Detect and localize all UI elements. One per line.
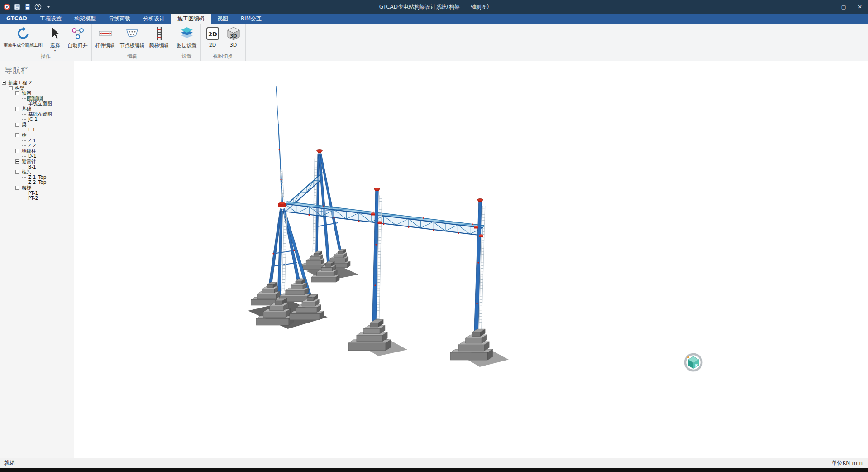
tree-item-label: 新建工程-2 [7, 80, 33, 86]
tree-connector [22, 156, 26, 157]
tree-connector [22, 198, 26, 198]
menu-tab-bim[interactable]: BIM交互 [234, 14, 268, 24]
tree-item-16[interactable]: B-1 [0, 164, 74, 170]
tree-expander[interactable] [2, 81, 6, 85]
tree-expander[interactable] [15, 133, 19, 137]
app-logo-icon[interactable] [3, 3, 10, 10]
3d-viewport[interactable]: R [75, 61, 868, 458]
titlebar: ? GTCAD变电站构架设计系统(构架——轴测图) ─▢✕ [0, 0, 868, 14]
ladder-edit-button[interactable]: 爬梯编辑 [147, 24, 172, 49]
layers-icon [179, 26, 195, 41]
ribbon-group-3: 2D2D3D3D视图切换 [201, 24, 246, 61]
layer-settings-button[interactable]: 图层设置 [175, 24, 199, 49]
ribbon-group-label: 编辑 [93, 53, 172, 61]
tree-item-11[interactable]: Z-1 [0, 138, 74, 144]
menu-tabs: GTCAD工程设置构架模型导线荷载分析设计施工图编辑视图BIM交互 [0, 14, 868, 24]
maximize-button[interactable]: ▢ [835, 0, 852, 14]
tree-item-17[interactable]: 柱头 [0, 169, 74, 175]
svg-text:R: R [695, 363, 698, 368]
3d-scene-canvas: R [75, 61, 868, 458]
tree-item-13[interactable]: 地线柱 [0, 149, 74, 154]
minimize-button[interactable]: ─ [819, 0, 835, 14]
ribbon-group-label: 操作 [1, 53, 90, 61]
tree-connector [22, 119, 26, 120]
svg-text:?: ? [37, 5, 39, 10]
svg-text:3D: 3D [230, 34, 237, 39]
tree-expander[interactable] [15, 91, 19, 95]
bottom-edge-strip [0, 468, 868, 472]
refresh-icon [15, 26, 31, 41]
tree-item-14[interactable]: D-1 [0, 154, 74, 159]
cursor-icon [48, 26, 63, 41]
tree-item-12[interactable]: Z-2 [0, 143, 74, 149]
tree-item-15[interactable]: 避雷针 [0, 159, 74, 164]
merge-icon [70, 26, 86, 41]
window-controls: ─▢✕ [819, 0, 868, 14]
document-icon[interactable] [14, 3, 21, 10]
auto-merge-button[interactable]: 自动归并 [66, 24, 90, 49]
tree-item-20[interactable]: 爬梯 [0, 185, 74, 191]
tree-item-9[interactable]: L-1 [0, 127, 74, 133]
select-button[interactable]: 选择▾ [45, 24, 66, 53]
close-button[interactable]: ✕ [852, 0, 868, 14]
tree-connector [22, 193, 26, 193]
tree-connector [22, 98, 26, 99]
regenerate-all-drawings-button[interactable]: 重新生成全部施工图 [1, 24, 45, 48]
tree-expander[interactable] [15, 149, 19, 153]
status-bar: 就绪 单位KN-mm [0, 458, 868, 468]
save-icon[interactable] [24, 3, 31, 10]
menu-tab-project-settings[interactable]: 工程设置 [33, 14, 68, 24]
menu-tab-view[interactable]: 视图 [211, 14, 234, 24]
member-edit-button[interactable]: 杆件编辑 [93, 24, 118, 49]
tree-item-4[interactable]: 单线立面图 [0, 101, 74, 106]
view-2d-button[interactable]: 2D2D [202, 24, 223, 48]
view-3d-button[interactable]: 3D3D [223, 24, 244, 48]
tree-item-0[interactable]: 新建工程-2 [0, 80, 74, 86]
ribbon-group-label: 视图切换 [202, 53, 244, 61]
ribbon-group-0: 重新生成全部施工图选择▾自动归并操作 [0, 24, 92, 61]
tree-item-label: 基础 [21, 106, 32, 112]
menu-tab-drawing-edit[interactable]: 施工图编辑 [171, 14, 211, 24]
gusset-edit-button[interactable]: 节点板编辑 [118, 24, 147, 49]
tree-connector [22, 114, 26, 115]
tree-expander[interactable] [15, 186, 19, 190]
menu-tab-conductor-load[interactable]: 导线荷载 [102, 14, 137, 24]
status-units-text: 单位KN-mm [831, 459, 868, 467]
2d-icon: 2D [205, 26, 220, 41]
menu-tab-frame-model[interactable]: 构架模型 [68, 14, 102, 24]
member-icon [98, 26, 113, 41]
tree-item-19[interactable]: Z-2_Top [0, 180, 74, 185]
tree-item-5[interactable]: 基础 [0, 106, 74, 112]
tree-expander[interactable] [9, 86, 13, 90]
tree-item-label: JC-1 [27, 117, 38, 122]
toolbar-caret-icon[interactable] [45, 3, 52, 10]
tree-expander[interactable] [15, 159, 19, 164]
3d-icon: 3D [226, 26, 241, 41]
tree-item-label: 柱头 [21, 169, 32, 175]
menu-tab-analysis-design[interactable]: 分析设计 [137, 14, 171, 24]
tree-item-label: Z-2 [27, 143, 37, 149]
help-icon[interactable]: ? [34, 3, 42, 10]
ribbon-button-label: 节点板编辑 [120, 42, 145, 49]
tree-item-10[interactable]: 柱 [0, 133, 74, 138]
tree-expander[interactable] [15, 107, 19, 111]
tree-item-label: 梁 [21, 122, 28, 128]
tree-item-7[interactable]: JC-1 [0, 117, 74, 122]
ribbon-group-1: 杆件编辑节点板编辑爬梯编辑编辑 [92, 24, 173, 61]
ribbon-button-label: 重新生成全部施工图 [4, 42, 43, 48]
nav-tree: 新建工程-2构架轴网轴测图单线立面图基础基础布置图JC-1梁L-1柱Z-1Z-2… [0, 79, 74, 201]
status-ready-text: 就绪 [0, 459, 15, 467]
svg-text:2D: 2D [208, 31, 217, 38]
navigator-title: 导航栏 [0, 61, 74, 79]
tree-item-22[interactable]: PT-2 [0, 196, 74, 201]
tree-expander[interactable] [15, 123, 19, 127]
tree-item-1[interactable]: 构架 [0, 86, 74, 91]
tree-item-8[interactable]: 梁 [0, 122, 74, 128]
ribbon-button-label: 杆件编辑 [95, 42, 115, 49]
tree-connector [22, 140, 26, 141]
tree-item-label: PT-2 [27, 196, 39, 201]
menu-tab-gtcad[interactable]: GTCAD [0, 14, 33, 24]
tree-expander[interactable] [15, 170, 19, 174]
tree-item-label: 爬梯 [21, 185, 32, 191]
tree-connector [22, 145, 26, 146]
